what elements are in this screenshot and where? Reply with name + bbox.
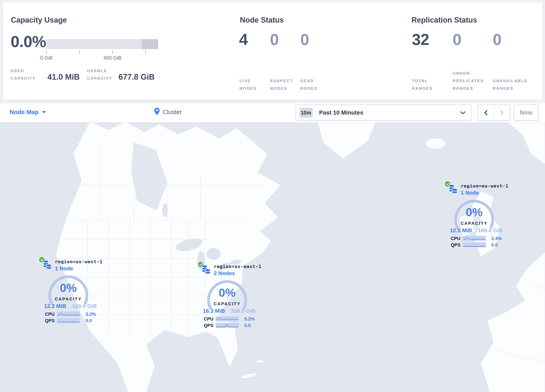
capacity-usable-value: 169.4 GiB [478,227,502,234]
cpu-value: 2.4% [491,236,502,241]
qps-sparkline [57,318,80,323]
caret-down-icon [42,111,46,113]
dead-nodes-value: 0 [300,31,309,47]
used-capacity-label: Used Capacity [11,67,39,82]
node-status-title: Node Status [240,16,284,25]
cpu-sparkline [57,311,80,317]
time-range-badge: 10m [299,108,313,118]
capacity-used-percent: 0.0% [11,34,46,50]
region-node-count[interactable]: 1 Node [461,190,479,196]
chevron-right-icon [500,110,504,116]
capacity-bar-reserved-segment [142,39,158,49]
database-stack-icon [201,264,211,274]
cpu-value: 5.2% [244,316,255,322]
view-selector-dropdown[interactable]: Node Map [10,109,46,116]
region-marker-us-east-1[interactable]: region=us-east-1 2 Nodes 0% Capacity 16.… [198,261,266,330]
capacity-axis-label-0: 0 GiB [32,55,61,61]
dead-nodes-label: Dead Nodes [300,77,328,92]
qps-sparkline [463,242,486,247]
capacity-gauge-label: Capacity [206,301,248,306]
under-replicated-ranges-value: 0 [453,31,461,47]
replication-status-title: Replication Status [411,16,477,25]
database-stack-icon [43,260,52,270]
capacity-axis-tick [112,51,113,54]
total-ranges-value: 32 [412,31,429,47]
capacity-usable-value: 338.9 GiB [231,308,256,314]
now-button[interactable]: Now [514,105,539,121]
qps-label: QPS [204,323,213,328]
qps-value: 0.0 [244,323,251,328]
qps-label: QPS [451,242,460,248]
iceland-landmass [426,138,446,149]
region-label: region=us-east-1 [214,264,261,269]
database-stack-icon [448,184,458,194]
breadcrumb[interactable]: Cluster [163,109,182,116]
capacity-percent: 0% [453,206,495,218]
capacity-used-value: 12.2 MiB [44,303,66,309]
cluster-summary-panel: Capacity Usage 0.0% 0 GiB 400 GiB Used C… [3,2,543,100]
node-map: region=us-west-1 1 Node 0% Capacity 12.2… [0,123,545,392]
region-label: region=us-west-1 [55,259,103,264]
capacity-gauge-label: Capacity [453,221,495,226]
qps-sparkline [216,323,239,328]
qps-value: 0.0 [86,318,92,324]
capacity-axis-tick [79,51,80,54]
cpu-label: CPU [451,236,460,241]
location-pin-icon [154,108,160,115]
used-capacity-value: 41.0 MiB [47,73,80,81]
total-ranges-label: Total Ranges [412,77,441,92]
unavailable-ranges-value: 0 [493,31,501,47]
region-marker-us-west-1[interactable]: region=us-west-1 1 Node 0% Capacity 12.2… [39,256,108,325]
capacity-axis-label-400: 400 GiB [98,55,127,61]
cpu-label: CPU [204,316,213,322]
cpu-sparkline [216,316,239,321]
suspect-nodes-value: 0 [270,31,279,47]
capacity-axis-tick [145,51,146,54]
capacity-bar [46,39,158,49]
capacity-usable-value: 169.4 GiB [72,303,97,309]
time-back-button[interactable] [478,105,494,120]
capacity-used-value: 12.5 MiB [450,227,472,234]
usable-capacity-value: 677.8 GiB [118,73,155,81]
cpu-label: CPU [45,311,55,317]
capacity-axis-tick [46,51,47,54]
map-toolbar: Node Map Cluster 10m Past 10 Minutes Now [0,103,545,123]
qps-label: QPS [45,318,55,324]
unavailable-ranges-label: Unavailable Ranges [493,77,531,92]
region-node-count[interactable]: 2 Nodes [214,270,235,277]
capacity-used-value: 16.3 MiB [203,308,225,314]
qps-value: 0.0 [491,242,498,248]
live-nodes-value: 4 [239,31,248,47]
time-forward-button[interactable] [494,105,510,120]
chevron-down-icon [460,111,466,115]
under-replicated-ranges-label: Under-replicated Ranges [453,70,488,92]
time-range-select[interactable]: 10m Past 10 Minutes [296,105,472,121]
capacity-percent: 0% [206,287,248,299]
capacity-percent: 0% [47,282,89,294]
time-range-value: Past 10 Minutes [319,109,363,116]
region-label: region=eu-west-1 [461,183,508,189]
view-selector-label: Node Map [10,109,39,115]
usable-capacity-label: Usable Capacity [87,67,118,82]
cpu-sparkline [463,236,486,241]
chevron-left-icon [483,110,488,116]
suspect-nodes-label: Suspect Nodes [270,77,298,92]
region-marker-eu-west-1[interactable]: region=eu-west-1 1 Node 0% Capacity 12.5… [445,181,514,250]
live-nodes-label: Live Nodes [240,77,262,92]
capacity-gauge-label: Capacity [47,297,89,301]
time-step-buttons [477,105,510,121]
cpu-value: 3.2% [86,311,96,317]
capacity-usage-title: Capacity Usage [11,16,67,25]
region-node-count[interactable]: 1 Node [55,265,73,272]
